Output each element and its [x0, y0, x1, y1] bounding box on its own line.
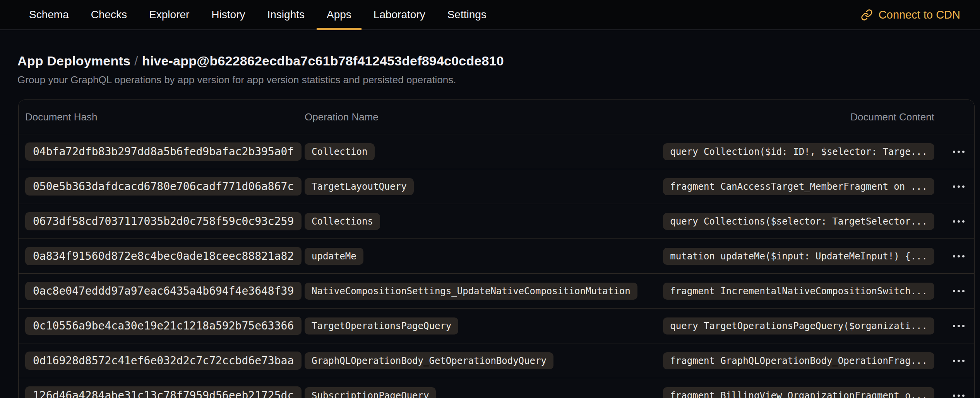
- document-hash-value: 050e5b363dafdcacd6780e706cadf771d06a867c: [25, 177, 302, 196]
- operation-name-value: NativeCompositionSettings_UpdateNativeCo…: [305, 283, 637, 300]
- breadcrumb-app-id: hive-app@b622862ecdba7c61b78f412453def89…: [142, 53, 504, 68]
- operation-name-value: Collections: [305, 213, 380, 230]
- table-body: 04bfa72dfb83b297dd8a5b6fed9bafac2b395a0f…: [19, 134, 974, 398]
- document-hash-value: 0d16928d8572c41ef6e032d2c7c72ccbd6e73baa: [25, 352, 302, 370]
- nav-tab-apps[interactable]: Apps: [317, 0, 362, 29]
- table-row[interactable]: 0673df58cd7037117035b2d0c758f59c0c93c259…: [19, 204, 974, 238]
- column-header-operation-name: Operation Name: [305, 111, 850, 123]
- document-content-preview: fragment IncrementalNativeCompositionSwi…: [663, 283, 934, 300]
- document-content-preview: query Collection($id: ID!, $selector: Ta…: [663, 143, 934, 160]
- connect-to-cdn-label: Connect to CDN: [879, 9, 960, 21]
- table-row[interactable]: 04bfa72dfb83b297dd8a5b6fed9bafac2b395a0f…: [19, 134, 974, 169]
- deployments-table: Document Hash Operation Name Document Co…: [18, 100, 975, 398]
- breadcrumb-app-deployments[interactable]: App Deployments: [17, 53, 130, 68]
- connect-to-cdn-button[interactable]: Connect to CDN: [858, 0, 963, 29]
- document-content-preview: fragment BillingView_OrganizationFragmen…: [663, 387, 934, 398]
- row-menu-button[interactable]: [949, 180, 968, 193]
- nav-tab-explorer[interactable]: Explorer: [139, 0, 199, 29]
- ellipsis-icon: [953, 395, 965, 397]
- main-content: App Deployments/hive-app@b622862ecdba7c6…: [0, 52, 980, 398]
- table-row[interactable]: 0ac8e047eddd97a97eac6435a4b694f4e3648f39…: [19, 273, 974, 308]
- ellipsis-icon: [953, 255, 965, 257]
- document-content-preview: fragment CanAccessTarget_MemberFragment …: [663, 178, 934, 195]
- table-row[interactable]: 0c10556a9be4ca30e19e21c1218a592b75e63366…: [19, 308, 974, 343]
- row-menu-button[interactable]: [949, 250, 968, 263]
- table-header-row: Document Hash Operation Name Document Co…: [19, 100, 974, 134]
- operation-name-value: TargetOperationsPageQuery: [305, 317, 458, 335]
- operation-name-value: SubscriptionPageQuery: [305, 387, 436, 398]
- document-hash-value: 0a834f91560d872e8c4bec0ade18ceec88821a82: [25, 247, 302, 265]
- operation-name-value: updateMe: [305, 248, 363, 265]
- nav-tab-insights[interactable]: Insights: [257, 0, 315, 29]
- table-row[interactable]: 0d16928d8572c41ef6e032d2c7c72ccbd6e73baa…: [19, 343, 974, 378]
- nav-tab-laboratory[interactable]: Laboratory: [363, 0, 435, 29]
- ellipsis-icon: [953, 151, 965, 153]
- breadcrumb-separator: /: [130, 53, 142, 68]
- column-header-document-hash: Document Hash: [25, 111, 305, 123]
- operation-name-value: TargetLayoutQuery: [305, 178, 414, 195]
- nav-tabs: Schema Checks Explorer History Insights …: [19, 0, 497, 29]
- nav-tab-checks[interactable]: Checks: [81, 0, 137, 29]
- document-hash-value: 0673df58cd7037117035b2d0c758f59c0c93c259: [25, 212, 302, 230]
- operation-name-value: GraphQLOperationBody_GetOperationBodyQue…: [305, 352, 553, 369]
- nav-tab-settings[interactable]: Settings: [437, 0, 497, 29]
- document-content-preview: query TargetOperationsPageQuery($organiz…: [663, 317, 934, 335]
- ellipsis-icon: [953, 290, 965, 292]
- document-content-preview: mutation updateMe($input: UpdateMeInput!…: [663, 248, 934, 265]
- link-icon: [861, 9, 873, 21]
- column-header-document-content: Document Content: [850, 111, 934, 123]
- operation-name-value: Collection: [305, 143, 375, 160]
- document-hash-value: 04bfa72dfb83b297dd8a5b6fed9bafac2b395a0f: [25, 142, 302, 161]
- row-menu-button[interactable]: [949, 354, 968, 367]
- document-hash-value: 126d46a4284abe31c13c78f7959d56eeb21725dc: [25, 386, 302, 398]
- ellipsis-icon: [953, 185, 965, 188]
- breadcrumb: App Deployments/hive-app@b622862ecdba7c6…: [17, 52, 963, 69]
- app-root: Schema Checks Explorer History Insights …: [0, 0, 980, 398]
- row-menu-button[interactable]: [949, 389, 968, 398]
- document-content-preview: query Collections($selector: TargetSelec…: [663, 213, 934, 230]
- page-subtitle: Group your GraphQL operations by app ver…: [17, 73, 963, 86]
- row-menu-button[interactable]: [949, 145, 968, 158]
- row-menu-button[interactable]: [949, 319, 968, 333]
- row-menu-button[interactable]: [949, 215, 968, 228]
- nav-tab-schema[interactable]: Schema: [19, 0, 79, 29]
- nav-tab-history[interactable]: History: [201, 0, 255, 29]
- table-row[interactable]: 0a834f91560d872e8c4bec0ade18ceec88821a82…: [19, 238, 974, 273]
- document-content-preview: fragment GraphQLOperationBody_OperationF…: [663, 352, 934, 369]
- table-row[interactable]: 050e5b363dafdcacd6780e706cadf771d06a867c…: [19, 169, 974, 204]
- row-menu-button[interactable]: [949, 285, 968, 298]
- ellipsis-icon: [953, 360, 965, 362]
- document-hash-value: 0ac8e047eddd97a97eac6435a4b694f4e3648f39: [25, 282, 302, 300]
- ellipsis-icon: [953, 220, 965, 223]
- top-nav: Schema Checks Explorer History Insights …: [0, 0, 980, 30]
- table-row[interactable]: 126d46a4284abe31c13c78f7959d56eeb21725dc…: [19, 378, 974, 398]
- ellipsis-icon: [953, 325, 965, 327]
- document-hash-value: 0c10556a9be4ca30e19e21c1218a592b75e63366: [25, 317, 302, 335]
